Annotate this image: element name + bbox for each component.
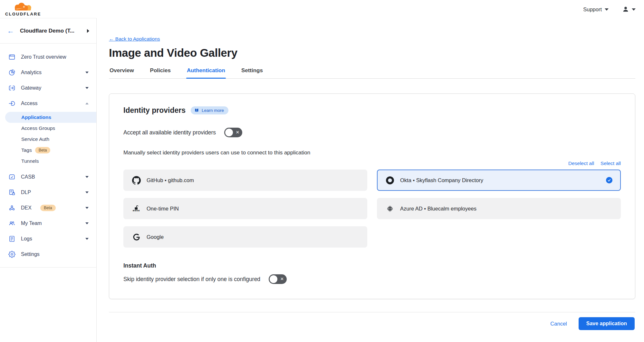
identity-providers-card: Identity providers Learn more Accept all… [109, 93, 635, 299]
sidebar-item-tunnels[interactable]: Tunnels [0, 156, 96, 167]
provider-name: GitHub • github.com [147, 177, 194, 183]
sidebar-subitem-label: Tunnels [21, 158, 39, 164]
instant-auth-toggle[interactable]: ✕ [269, 274, 287, 284]
sidebar-item-label: DEX [21, 205, 32, 211]
logs-icon [8, 235, 15, 242]
sidebar-item-label: My Team [21, 220, 42, 226]
sidebar-item-zero-trust-overview[interactable]: Zero Trust overview [0, 49, 96, 65]
chevron-up-icon [85, 103, 89, 104]
sidebar-item-applications[interactable]: Applications [5, 112, 96, 123]
learn-more-button[interactable]: Learn more [191, 106, 228, 114]
sidebar-item-dex[interactable]: DEX Beta [0, 200, 96, 216]
book-icon [194, 108, 199, 113]
user-menu[interactable] [622, 6, 636, 13]
toggle-x-icon: ✕ [280, 277, 284, 281]
provider-name: Azure AD • Bluecalm employees [400, 206, 476, 212]
sidebar-item-access[interactable]: Access [0, 96, 96, 111]
page-title: Image and Video Gallery [109, 46, 635, 59]
tab-overview[interactable]: Overview [109, 67, 135, 78]
main-content: ← Back to Applications Image and Video G… [97, 18, 644, 342]
sidebar-item-service-auth[interactable]: Service Auth [0, 134, 96, 145]
provider-name: Okta • Skyflash Company Directory [400, 177, 483, 183]
chevron-down-icon [85, 207, 89, 209]
toggle-x-icon: ✕ [236, 130, 239, 135]
tab-bar: Overview Policies Authentication Setting… [109, 67, 635, 79]
chevron-down-icon [85, 238, 89, 240]
sidebar-nav: Zero Trust overview Analytics Gateway [0, 44, 96, 268]
chevron-down-icon [632, 8, 636, 11]
learn-more-label: Learn more [202, 108, 224, 113]
save-application-button[interactable]: Save application [579, 317, 635, 330]
chevron-down-icon [85, 222, 89, 224]
sidebar-item-label: CASB [21, 174, 35, 180]
sidebar-item-gateway[interactable]: Gateway [0, 80, 96, 96]
okta-icon [385, 176, 394, 185]
provider-tile-okta[interactable]: Okta • Skyflash Company Directory [377, 170, 621, 191]
chevron-down-icon [85, 87, 89, 89]
support-label: Support [583, 6, 602, 13]
provider-name: One-time PIN [147, 206, 179, 212]
google-icon [132, 233, 141, 241]
tab-policies[interactable]: Policies [149, 67, 171, 78]
sidebar-item-label: Logs [21, 236, 32, 242]
footer-action-bar: Cancel Save application [109, 312, 635, 330]
cloudflare-logo[interactable]: CLOUDFLARE [5, 2, 41, 16]
provider-tile-one-time-pin[interactable]: **** One-time PIN [123, 198, 367, 219]
cloudflare-cloud-icon [11, 2, 36, 11]
support-menu[interactable]: Support [583, 6, 609, 13]
provider-tile-github[interactable]: GitHub • github.com [123, 170, 367, 191]
analytics-icon [8, 69, 15, 76]
access-submenu: Applications Access Groups Service Auth … [0, 111, 96, 169]
account-name: Cloudflare Demo (T... [20, 28, 81, 34]
tab-settings[interactable]: Settings [241, 67, 264, 78]
selected-check-icon [606, 177, 612, 183]
accept-all-label: Accept all available identity providers [123, 129, 216, 136]
back-arrow-icon[interactable]: ← [7, 27, 14, 34]
beta-badge: Beta [40, 205, 56, 211]
provider-tile-google[interactable]: Google [123, 226, 367, 248]
chevron-down-icon [85, 176, 89, 178]
brand-wordmark: CLOUDFLARE [5, 12, 41, 16]
sidebar-item-settings[interactable]: Settings [0, 247, 96, 262]
sidebar-item-label: Zero Trust overview [21, 54, 66, 60]
casb-icon [8, 173, 15, 181]
azure-ad-icon [385, 205, 394, 213]
card-heading: Identity providers [123, 106, 186, 115]
dlp-icon [8, 189, 15, 196]
deselect-all-link[interactable]: Deselect all [568, 161, 594, 166]
sidebar-item-label: Gateway [21, 85, 41, 91]
sidebar-item-access-groups[interactable]: Access Groups [0, 123, 96, 134]
sidebar-item-logs[interactable]: Logs [0, 231, 96, 247]
tab-authentication[interactable]: Authentication [186, 67, 226, 78]
back-to-applications-link[interactable]: ← Back to Applications [109, 36, 160, 42]
team-icon [8, 220, 15, 227]
user-icon [622, 6, 629, 13]
cancel-button[interactable]: Cancel [550, 321, 567, 327]
sidebar-subitem-label: Service Auth [21, 136, 49, 142]
provider-tile-azure-ad[interactable]: Azure AD • Bluecalm employees [377, 198, 621, 219]
beta-badge: Beta [35, 147, 51, 153]
sidebar-item-tags[interactable]: Tags Beta [0, 145, 96, 156]
sidebar-item-label: Analytics [21, 70, 42, 75]
provider-name: Google [147, 234, 164, 240]
topbar: CLOUDFLARE Support [0, 0, 644, 18]
toggle-knob [270, 275, 277, 283]
sidebar-item-dlp[interactable]: DLP [0, 185, 96, 200]
account-switcher[interactable]: ← Cloudflare Demo (T... [0, 18, 96, 44]
dex-icon [8, 204, 15, 211]
sidebar-item-label: Settings [21, 251, 40, 257]
github-icon [132, 176, 141, 185]
instant-auth-label: Skip identity provider selection if only… [123, 276, 260, 283]
chevron-down-icon [85, 191, 89, 193]
select-all-link[interactable]: Select all [601, 161, 621, 166]
chevron-down-icon [605, 8, 609, 11]
sidebar-item-casb[interactable]: CASB [0, 169, 96, 185]
sidebar-subitem-label: Access Groups [21, 125, 55, 131]
accept-all-toggle[interactable]: ✕ [224, 128, 242, 137]
sidebar-subitem-label: Tags [21, 147, 32, 153]
toggle-knob [225, 129, 233, 136]
sidebar: ← Cloudflare Demo (T... Zero Trust overv… [0, 18, 97, 342]
sidebar-item-my-team[interactable]: My Team [0, 216, 96, 231]
pin-dots: **** [133, 211, 140, 212]
sidebar-item-analytics[interactable]: Analytics [0, 65, 96, 80]
